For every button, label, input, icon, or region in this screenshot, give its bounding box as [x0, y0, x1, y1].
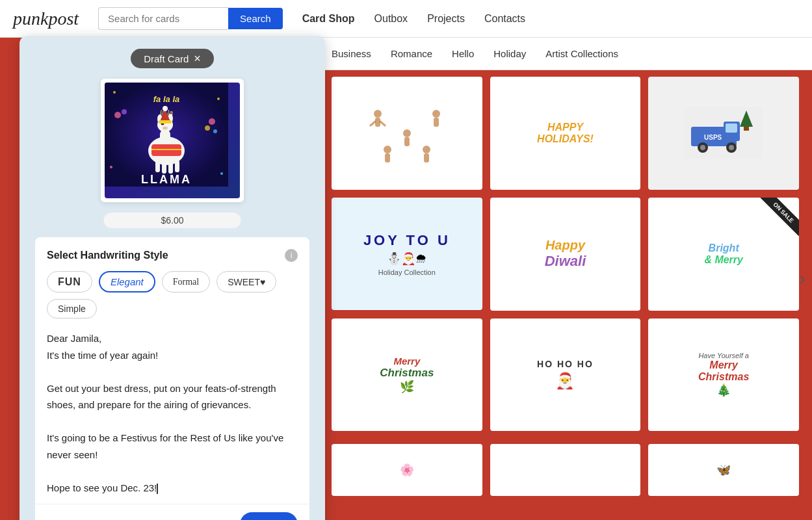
svg-rect-42 [155, 161, 160, 172]
svg-rect-6 [404, 137, 410, 146]
partial-cards-row: 🌸 🦋 [319, 444, 812, 504]
search-button[interactable]: Search [228, 8, 283, 29]
svg-rect-45 [175, 161, 179, 172]
cat-business[interactable]: Business [332, 48, 371, 59]
svg-point-18 [700, 145, 705, 150]
grid-card-ho-ho-ho[interactable]: HO HO HO 🎅 [490, 318, 641, 432]
cat-romance[interactable]: Romance [391, 48, 432, 59]
handwriting-section: Select Handwriting Style i FUN Elegant F… [35, 237, 309, 330]
message-text[interactable]: Dear Jamila, It's the time of year again… [47, 330, 298, 504]
svg-point-50 [209, 118, 215, 125]
svg-rect-16 [726, 124, 737, 133]
grid-card-mail-truck[interactable]: USPS [648, 77, 799, 190]
search-bar: Search [98, 7, 283, 30]
draft-modal: Draft Card × [20, 36, 325, 520]
draft-badge: Draft Card × [131, 49, 214, 68]
message-area: Dear Jamila, It's the time of year again… [35, 330, 309, 504]
style-formal[interactable]: Formal [162, 271, 210, 292]
grid-card-joy-to-u[interactable]: JOY TO U ⛄🎅🌨 Holiday Collection [332, 198, 482, 311]
card-preview: fa la la la la [101, 79, 244, 202]
card-preview-inner: fa la la la la [105, 83, 240, 198]
grid-card-happy-diwali[interactable]: Happy Diwali [490, 198, 641, 311]
grid-card-merry-christmas-elf[interactable]: Have Yourself a MerryChristmas 🎄 [648, 318, 799, 432]
grid-card-gingerbread[interactable] [332, 77, 482, 190]
card-grid-inner: HAPPYHOLIDAYS! USPS [319, 38, 812, 444]
svg-point-1 [374, 110, 382, 118]
svg-point-29 [114, 112, 121, 118]
nav-links: Card Shop Outbox Projects Contacts [302, 13, 525, 25]
modal-bottom-bar: 245 characters Next [35, 504, 309, 520]
grid-card-merry-christmas-wreath[interactable]: Merry Christmas 🌿 [332, 318, 482, 432]
handwriting-styles: FUN Elegant Formal SWEET♥ Simple [47, 271, 298, 318]
info-icon[interactable]: i [285, 249, 298, 262]
svg-rect-23 [744, 127, 749, 131]
cat-hello[interactable]: Hello [452, 48, 474, 59]
svg-point-26 [217, 98, 220, 100]
text-cursor [157, 484, 158, 494]
svg-point-39 [163, 127, 168, 130]
cat-artist-collections[interactable]: Artist Collections [545, 48, 618, 59]
svg-point-28 [220, 172, 223, 175]
svg-point-11 [423, 146, 430, 153]
svg-text:LLAMA: LLAMA [141, 173, 192, 186]
style-simple[interactable]: Simple [47, 299, 97, 318]
card-grid: HAPPYHOLIDAYS! USPS [319, 38, 812, 520]
logo: punkpost [13, 8, 79, 29]
svg-point-9 [384, 146, 391, 153]
svg-text:fa la la: fa la la [153, 94, 179, 104]
grid-card-happy-holidays[interactable]: HAPPYHOLIDAYS! [490, 77, 641, 190]
category-bar: Business Romance Hello Holiday Artist Co… [319, 38, 812, 70]
next-button[interactable]: Next [240, 512, 298, 520]
partial-card-3[interactable]: 🦋 [648, 444, 799, 496]
nav-card-shop[interactable]: Card Shop [302, 13, 355, 25]
handwriting-title: Select Handwriting Style [47, 250, 168, 261]
nav-outbox[interactable]: Outbox [374, 13, 408, 25]
hw-title-row: Select Handwriting Style i [47, 249, 298, 262]
svg-rect-43 [162, 161, 166, 174]
svg-rect-2 [375, 118, 380, 127]
draft-close-button[interactable]: × [194, 53, 201, 64]
style-fun[interactable]: FUN [47, 271, 92, 292]
draft-label: Draft Card [144, 53, 189, 64]
svg-text:USPS: USPS [704, 134, 722, 141]
svg-point-27 [110, 166, 112, 168]
next-chevron[interactable]: › [800, 268, 805, 289]
style-sweet[interactable]: SWEET♥ [216, 271, 276, 292]
navbar: punkpost Search Card Shop Outbox Project… [0, 0, 812, 38]
svg-point-20 [729, 145, 734, 150]
svg-rect-10 [385, 153, 390, 162]
on-sale-badge [753, 198, 799, 243]
llama-art: fa la la la la [105, 83, 240, 198]
svg-rect-47 [159, 120, 172, 124]
svg-rect-12 [424, 153, 429, 162]
draft-header: Draft Card × [35, 49, 309, 68]
svg-point-7 [432, 110, 440, 118]
grid-card-bright-merry[interactable]: Bright & Merry [648, 198, 799, 311]
svg-rect-44 [168, 161, 173, 174]
svg-point-30 [122, 109, 127, 114]
svg-point-51 [205, 125, 210, 131]
cat-holiday[interactable]: Holiday [493, 48, 526, 59]
svg-point-52 [213, 129, 217, 133]
svg-point-25 [113, 91, 116, 94]
nav-contacts[interactable]: Contacts [484, 13, 525, 25]
price-tag: $6.00 [104, 213, 241, 228]
partial-card-2[interactable] [490, 444, 641, 496]
search-input[interactable] [98, 7, 228, 30]
partial-card-1[interactable]: 🌸 [332, 444, 482, 496]
svg-rect-8 [434, 118, 439, 127]
nav-projects[interactable]: Projects [427, 13, 465, 25]
svg-point-48 [163, 106, 168, 111]
style-elegant[interactable]: Elegant [99, 271, 155, 292]
svg-point-5 [403, 129, 411, 137]
